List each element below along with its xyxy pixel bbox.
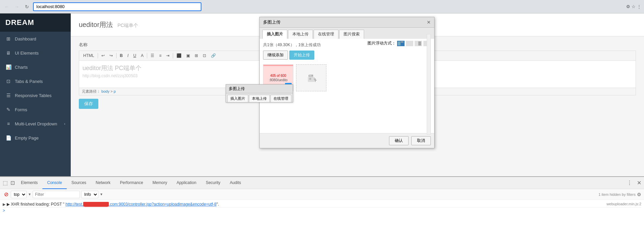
- upload-dialog: 多图上传 ✕ 插入图片 本地上传 在线管理 图片搜索 图片浮动方式：: [259, 17, 434, 148]
- forward-button[interactable]: →: [13, 3, 21, 11]
- dialog-tab-online[interactable]: 在线管理: [314, 30, 339, 39]
- console-prompt[interactable]: >: [3, 208, 641, 214]
- toolbar-italic-btn[interactable]: I: [125, 52, 130, 59]
- devtools-responsive-btn[interactable]: ⊡: [9, 178, 16, 187]
- dialog-tab-search[interactable]: 图片搜索: [339, 30, 364, 39]
- address-bar[interactable]: [33, 2, 201, 11]
- sidebar-item-label: Empty Page: [15, 135, 39, 141]
- small-tab-insert[interactable]: 插入图片: [227, 95, 248, 102]
- small-tab-local[interactable]: 本地上传: [249, 95, 270, 102]
- sidebar-item-responsive-tables[interactable]: ☰ Responsive Tables: [0, 88, 71, 102]
- console-context-selector[interactable]: top: [11, 191, 27, 198]
- dialog-tab-local[interactable]: 本地上传: [288, 30, 313, 39]
- float-icon-1[interactable]: [397, 41, 405, 46]
- sidebar-item-dashboard[interactable]: ⊞ Dashboard: [0, 32, 71, 46]
- sidebar-item-multi-dropdown[interactable]: ≡ Multi-Level Dropdown ‹: [0, 117, 71, 131]
- sidebar-item-label: Charts: [15, 65, 28, 70]
- svg-text:+: +: [313, 76, 316, 82]
- log-level-arrow-icon: ▼: [100, 192, 103, 196]
- small-tab-online[interactable]: 在线管理: [270, 95, 291, 102]
- svg-rect-2: [401, 41, 404, 42]
- log-url2-link[interactable]: .com:9003/controller.jsp?action=uploadim…: [109, 202, 217, 207]
- menu-icon[interactable]: ⋮: [637, 4, 641, 9]
- toolbar-align-left-btn[interactable]: ⬛: [174, 52, 184, 59]
- save-button[interactable]: 保存: [79, 99, 98, 109]
- dialog-close-button[interactable]: ✕: [427, 20, 431, 25]
- toolbar-link-btn[interactable]: 🔗: [209, 52, 218, 59]
- toolbar-color-btn[interactable]: A: [139, 52, 146, 59]
- devtools-tabs: ⬚ ⊡ Elements Console Sources Network Per…: [0, 177, 644, 189]
- sidebar-item-ui-elements[interactable]: 🖥 UI Elements: [0, 46, 71, 60]
- toolbar-redo-btn[interactable]: ↪: [107, 52, 115, 59]
- devtools-tab-security[interactable]: Security: [201, 177, 225, 189]
- sidebar-item-empty-page[interactable]: 📄 Empty Page: [0, 131, 71, 145]
- reload-button[interactable]: ↻: [23, 3, 31, 11]
- dialog-btn-row: 继续添加 开始上传: [263, 51, 431, 60]
- toolbar-table-btn[interactable]: ⊡: [201, 52, 208, 59]
- devtools-settings-icon[interactable]: ⚙: [637, 192, 641, 197]
- scrollbar[interactable]: [427, 34, 431, 134]
- toolbar-ul-btn[interactable]: ≡: [157, 52, 163, 59]
- toolbar-undo-btn[interactable]: ↩: [99, 52, 107, 59]
- devtools-tab-application[interactable]: Application: [172, 177, 201, 189]
- page-title: ueditor用法: [79, 21, 113, 28]
- browser-chrome: ← → ↻ ⚙ ☆ ⋮: [0, 0, 644, 13]
- svg-point-8: [312, 75, 313, 76]
- toolbar-html-btn[interactable]: HTML: [81, 52, 96, 59]
- add-image-button[interactable]: +: [296, 64, 326, 91]
- charts-icon: 📊: [5, 64, 11, 70]
- float-icon-2[interactable]: [406, 41, 413, 46]
- extension-icon[interactable]: ⚙: [626, 4, 630, 9]
- console-filter-input[interactable]: [33, 191, 80, 198]
- path-body-link[interactable]: body: [101, 89, 109, 93]
- devtools-more-btn[interactable]: ⋮: [625, 178, 634, 187]
- svg-rect-5: [418, 41, 421, 46]
- dropdown-icon: ≡: [5, 121, 11, 126]
- cancel-button[interactable]: 取消: [411, 136, 431, 145]
- sidebar-item-forms[interactable]: ✎ Forms: [0, 102, 71, 117]
- devtools-tab-elements[interactable]: Elements: [16, 177, 42, 189]
- float-icon-3[interactable]: [415, 41, 422, 46]
- log-level-selector[interactable]: Info: [81, 191, 98, 198]
- path-p-link[interactable]: p: [114, 89, 116, 93]
- continue-add-button[interactable]: 继续添加: [263, 51, 288, 60]
- hidden-items-count: 1 item hidden by filters: [599, 192, 636, 196]
- devtools-tab-network[interactable]: Network: [91, 177, 115, 189]
- sidebar-item-label: Tabs & Panels: [15, 79, 43, 84]
- devtools-tab-performance[interactable]: Performance: [115, 177, 148, 189]
- float-label: 图片浮动方式：: [367, 40, 396, 46]
- sidebar-item-tabs-panels[interactable]: ⊡ Tabs & Panels: [0, 74, 71, 88]
- devtools-tab-console[interactable]: Console: [42, 177, 67, 189]
- bookmark-icon[interactable]: ☆: [632, 4, 636, 9]
- devtools-content: ▶ ▶ XHR finished loading: POST " http://…: [0, 200, 644, 242]
- devtools-tab-sources[interactable]: Sources: [67, 177, 91, 189]
- toolbar-underline-btn[interactable]: U: [131, 52, 138, 59]
- devtools-inspect-btn[interactable]: ⬚: [1, 178, 9, 187]
- devtools-tab-audits[interactable]: Audits: [225, 177, 246, 189]
- toolbar-indent-btn[interactable]: ⇥: [164, 52, 171, 59]
- sidebar-item-charts[interactable]: 📊 Charts: [0, 60, 71, 74]
- toolbar-bold-btn[interactable]: B: [118, 52, 125, 59]
- devtools-close-btn[interactable]: ✕: [636, 178, 643, 187]
- devtools-tab-memory[interactable]: Memory: [148, 177, 172, 189]
- toolbar-col-btn[interactable]: ⊞: [193, 52, 200, 59]
- confirm-button[interactable]: 确认: [389, 136, 409, 145]
- svg-rect-3: [406, 41, 413, 46]
- small-dialog-title: 多图上传: [226, 85, 293, 93]
- dialog-float-section: 图片浮动方式：: [367, 40, 431, 46]
- console-clear-btn[interactable]: ⊘: [3, 191, 9, 198]
- back-button[interactable]: ←: [3, 3, 11, 11]
- dialog-tab-insert[interactable]: 插入图片: [262, 30, 287, 39]
- devtools: ⬚ ⊡ Elements Console Sources Network Per…: [0, 176, 644, 242]
- log-expand-icon[interactable]: ▶: [3, 202, 5, 207]
- log-url-link[interactable]: http://test.: [65, 202, 83, 207]
- sidebar: DREAM ⊞ Dashboard 🖥 UI Elements 📊 Charts…: [0, 13, 71, 176]
- toolbar-align-center-btn[interactable]: ▣: [184, 52, 192, 59]
- toolbar-ol-btn[interactable]: ☰: [149, 52, 156, 59]
- start-upload-button[interactable]: 开始上传: [289, 51, 314, 60]
- log-text: ▶ XHR finished loading: POST " http://te…: [7, 202, 605, 207]
- toolbar-sep-2: [116, 53, 117, 58]
- dialog-footer: 确认 取消: [260, 133, 434, 148]
- log-source: webuploader.min.js:2: [607, 202, 641, 206]
- toolbar-sep-1: [98, 53, 98, 58]
